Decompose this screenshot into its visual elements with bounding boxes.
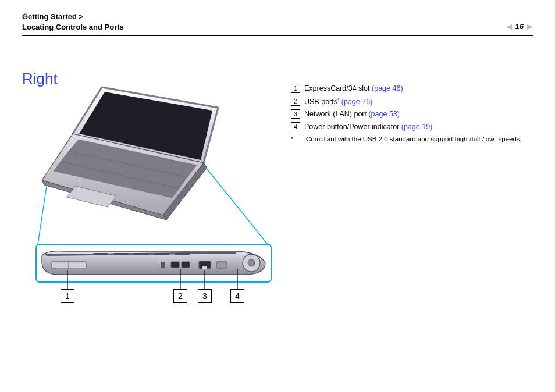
list-text: USB ports* (page 76)	[304, 97, 372, 108]
breadcrumb-line-1: Getting Started >	[22, 12, 124, 22]
list-text: Power button/Power indicator (page 19)	[304, 122, 432, 133]
list-text: Network (LAN) port (page 53)	[304, 109, 400, 120]
footnote-text: Compliant with the USB 2.0 standard and …	[306, 136, 522, 142]
list-item: 1 ExpressCard/34 slot (page 46)	[291, 84, 541, 94]
list-number-box: 3	[291, 109, 300, 119]
svg-line-10	[38, 186, 47, 244]
footnote: * Compliant with the USB 2.0 standard an…	[291, 136, 541, 142]
page-nav: ◀ 16 ▶	[506, 22, 533, 32]
svg-rect-22	[182, 262, 190, 268]
list-item: 4 Power button/Power indicator (page 19)	[291, 122, 541, 133]
page-number: 16	[515, 22, 524, 31]
document-page: N Getting Started > Locating Controls an…	[0, 0, 555, 392]
svg-rect-21	[171, 262, 179, 268]
svg-rect-20	[161, 262, 165, 268]
list-number-box: 1	[291, 84, 300, 93]
svg-line-11	[205, 167, 268, 244]
svg-rect-14	[113, 253, 129, 255]
page-ref-link[interactable]: (page 76)	[341, 98, 373, 106]
callout-box-1: 1	[61, 289, 74, 303]
page-ref-link[interactable]: (page 46)	[372, 84, 403, 92]
list-label: Network (LAN) port	[304, 110, 368, 118]
breadcrumb: Getting Started > Locating Controls and …	[22, 12, 124, 32]
list-number-box: 4	[291, 122, 300, 131]
asterisk-mark: *	[337, 97, 339, 103]
svg-rect-17	[175, 253, 190, 255]
list-label: Power button/Power indicator	[304, 123, 401, 131]
list-text: ExpressCard/34 slot (page 46)	[304, 84, 403, 94]
laptop-right-side-diagram: 1 2 3 4	[35, 81, 279, 314]
n-label: N	[24, 13, 28, 19]
svg-rect-25	[216, 262, 227, 268]
callout-box-2: 2	[173, 289, 187, 303]
page-ref-link[interactable]: (page 53)	[368, 110, 400, 118]
page-header: N Getting Started > Locating Controls an…	[22, 12, 533, 36]
laptop-diagram-svg	[35, 81, 279, 314]
next-page-icon[interactable]: ▶	[527, 23, 533, 30]
list-label: ExpressCard/34 slot	[304, 84, 372, 92]
svg-point-27	[248, 259, 255, 266]
list-item: 2 USB ports* (page 76)	[291, 97, 541, 108]
list-number-box: 2	[291, 97, 300, 106]
page-ref-link[interactable]: (page 19)	[401, 123, 433, 131]
list-label: USB ports	[304, 98, 337, 106]
port-list: 1 ExpressCard/34 slot (page 46) 2 USB po…	[291, 81, 541, 142]
callout-box-3: 3	[198, 289, 212, 303]
callout-box-4: 4	[230, 289, 244, 303]
svg-rect-13	[93, 253, 108, 255]
prev-page-icon[interactable]: ◀	[506, 23, 512, 30]
list-item: 3 Network (LAN) port (page 53)	[291, 109, 541, 120]
footnote-mark: *	[291, 136, 299, 142]
svg-rect-24	[202, 266, 207, 269]
breadcrumb-line-2: Locating Controls and Ports	[22, 22, 124, 33]
svg-rect-15	[134, 253, 149, 255]
svg-rect-16	[154, 253, 169, 255]
